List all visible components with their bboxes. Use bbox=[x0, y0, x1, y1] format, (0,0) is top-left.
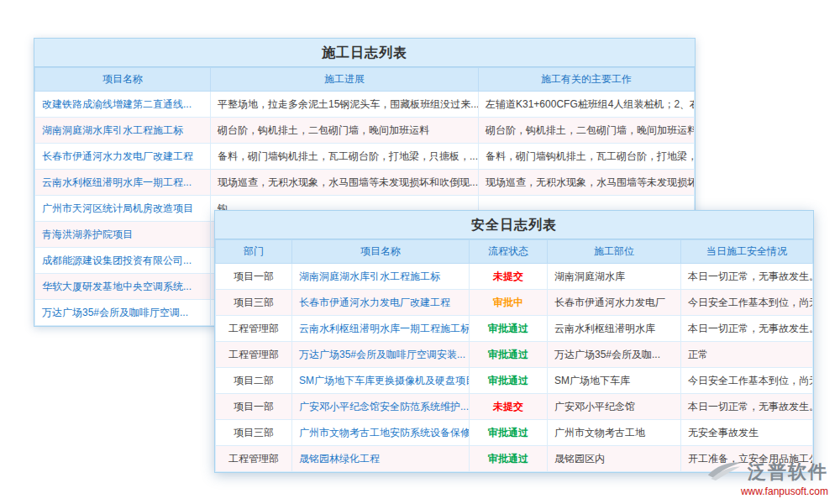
fanpu-logo: 泛普软件 www.fanpusoft.com bbox=[706, 459, 828, 497]
cell-dept: 项目三部 bbox=[216, 420, 292, 446]
column-header-safety: 当日施工安全情况 bbox=[681, 240, 813, 264]
table-row: 项目二部SM广场地下车库更换摄像机及硬盘项目审批通过SM广场地下车库今日安全工作… bbox=[216, 368, 813, 394]
brand-text: 泛普软件 bbox=[748, 459, 828, 485]
cell-progress: 现场巡查，无积水现象，水马围墙等未发现损坏和吹倒现... bbox=[211, 170, 479, 196]
table-row: 长春市伊通河水力发电厂改建工程备料，砌门墙钩机排土，瓦工砌台阶，打地梁，只搪板，… bbox=[35, 144, 695, 170]
cell-project: 长春市伊通河水力发电厂改建工程 bbox=[35, 144, 211, 170]
column-header-status: 流程状态 bbox=[470, 240, 548, 264]
cell-project: 广州市天河区统计局机房改造项目 bbox=[35, 196, 211, 222]
status-text: 未提交 bbox=[470, 264, 548, 290]
status-text: 审批中 bbox=[470, 290, 548, 316]
project-link[interactable]: 广州市文物考古工地安防系统设备保修 bbox=[299, 427, 470, 438]
cell-work: 现场巡查，无积水现象，水马围墙等未发现损坏和吹... bbox=[479, 170, 695, 196]
cell-dept: 项目三部 bbox=[216, 290, 292, 316]
cell-work: 左辅道K31+600CFG桩班组4人组装桩机；2、右侧... bbox=[479, 92, 695, 118]
project-link[interactable]: 云南水利枢纽潜明水库一期工程施工标 bbox=[299, 323, 470, 334]
table-row: 云南水利枢纽潜明水库一期工程...现场巡查，无积水现象，水马围墙等未发现损坏和吹… bbox=[35, 170, 695, 196]
cell-project: 湖南洞庭湖水库引水工程施工标 bbox=[35, 118, 211, 144]
safety-log-title: 安全日志列表 bbox=[215, 211, 813, 239]
cell-location: 万达广场35#会所及咖... bbox=[548, 342, 681, 368]
table-row: 项目一部广安邓小平纪念馆安全防范系统维护...未提交广安邓小平纪念馆本日一切正常… bbox=[216, 394, 813, 420]
fanpu-logo-icon bbox=[706, 459, 743, 485]
project-link[interactable]: SM广场地下车库更换摄像机及硬盘项目 bbox=[299, 375, 470, 386]
cell-project: 长春市伊通河水力发电厂改建工程 bbox=[292, 290, 470, 316]
project-link[interactable]: 万达广场35#会所及咖啡厅空调... bbox=[42, 307, 188, 318]
cell-project: 青海洪湖养护院项目 bbox=[35, 222, 211, 248]
cell-project: 晟铭园林绿化工程 bbox=[292, 446, 470, 472]
project-link[interactable]: 长春市伊通河水力发电厂改建工程 bbox=[42, 150, 193, 162]
cell-project: 改建铁路成渝线增建第二直通线... bbox=[35, 92, 211, 118]
cell-safety: 本日一切正常，无事故发生。 bbox=[681, 264, 813, 290]
cell-location: 晟铭园区内 bbox=[548, 446, 681, 472]
table-row: 项目一部湖南洞庭湖水库引水工程施工标未提交湖南洞庭湖水库本日一切正常，无事故发生… bbox=[216, 264, 813, 290]
table-row: 项目三部长春市伊通河水力发电厂改建工程审批中长春市伊通河水力发电厂今日安全工作基… bbox=[216, 290, 813, 316]
cell-dept: 工程管理部 bbox=[216, 316, 292, 342]
cell-project: 华软大厦研发基地中央空调系统... bbox=[35, 274, 211, 300]
cell-location: SM广场地下车库 bbox=[548, 368, 681, 394]
safety-log-panel: 安全日志列表 部门项目名称流程状态施工部位当日施工安全情况 项目一部湖南洞庭湖水… bbox=[214, 210, 814, 473]
status-text: 审批通过 bbox=[470, 420, 548, 446]
column-header-dept: 部门 bbox=[216, 240, 292, 264]
brand-url: www.fanpusoft.com bbox=[706, 486, 828, 497]
table-row: 工程管理部云南水利枢纽潜明水库一期工程施工标审批通过云南水利枢纽潜明水库本日一切… bbox=[216, 316, 813, 342]
cell-project: 成都能源建设集团投资有限公司... bbox=[35, 248, 211, 274]
column-header-project: 项目名称 bbox=[35, 68, 211, 92]
project-link[interactable]: 青海洪湖养护院项目 bbox=[42, 228, 133, 240]
column-header-project: 项目名称 bbox=[292, 240, 470, 264]
cell-safety: 无安全事故发生 bbox=[681, 420, 813, 446]
cell-location: 广安邓小平纪念馆 bbox=[548, 394, 681, 420]
cell-work: 砌台阶，钩机排土，二包砌门墙，晚间加班运料 bbox=[479, 118, 695, 144]
column-header-location: 施工部位 bbox=[548, 240, 681, 264]
status-text: 审批通过 bbox=[470, 368, 548, 394]
project-link[interactable]: 广州市天河区统计局机房改造项目 bbox=[42, 202, 193, 214]
status-text: 未提交 bbox=[470, 394, 548, 420]
project-link[interactable]: 云南水利枢纽潜明水库一期工程... bbox=[42, 176, 192, 188]
project-link[interactable]: 成都能源建设集团投资有限公司... bbox=[42, 255, 192, 266]
cell-safety: 正常 bbox=[681, 342, 813, 368]
project-link[interactable]: 晟铭园林绿化工程 bbox=[299, 453, 380, 465]
cell-progress: 砌台阶，钩机排土，二包砌门墙，晚间加班运料 bbox=[211, 118, 479, 144]
cell-progress: 平整场地，拉走多余泥土15钢泥头车，围藏板班组没过来... bbox=[211, 92, 479, 118]
table-row: 工程管理部万达广场35#会所及咖啡厅空调安装...审批通过万达广场35#会所及咖… bbox=[216, 342, 813, 368]
project-link[interactable]: 广安邓小平纪念馆安全防范系统维护... bbox=[299, 401, 469, 412]
project-link[interactable]: 长春市伊通河水力发电厂改建工程 bbox=[299, 297, 450, 308]
status-text: 审批通过 bbox=[470, 446, 548, 472]
cell-dept: 项目一部 bbox=[216, 394, 292, 420]
cell-dept: 工程管理部 bbox=[216, 342, 292, 368]
column-header-progress: 施工进展 bbox=[211, 68, 479, 92]
cell-project: SM广场地下车库更换摄像机及硬盘项目 bbox=[292, 368, 470, 394]
project-link[interactable]: 湖南洞庭湖水库引水工程施工标 bbox=[299, 270, 440, 282]
cell-project: 广州市文物考古工地安防系统设备保修 bbox=[292, 420, 470, 446]
cell-project: 云南水利枢纽潜明水库一期工程施工标 bbox=[292, 316, 470, 342]
table-row: 项目三部广州市文物考古工地安防系统设备保修审批通过广州市文物考古工地无安全事故发… bbox=[216, 420, 813, 446]
cell-safety: 本日一切正常，无事故发生。 bbox=[681, 316, 813, 342]
cell-work: 备料，砌门墙钩机排土，瓦工砌台阶，打地梁，只搪... bbox=[479, 144, 695, 170]
construction-log-title: 施工日志列表 bbox=[34, 39, 695, 67]
cell-safety: 本日一切正常，无事故发生。 bbox=[681, 394, 813, 420]
safety-log-table: 部门项目名称流程状态施工部位当日施工安全情况 项目一部湖南洞庭湖水库引水工程施工… bbox=[215, 239, 813, 472]
cell-project: 广安邓小平纪念馆安全防范系统维护... bbox=[292, 394, 470, 420]
cell-safety: 今日安全工作基本到位，尚无安全隐... bbox=[681, 368, 813, 394]
cell-project: 万达广场35#会所及咖啡厅空调... bbox=[35, 300, 211, 326]
table-row: 湖南洞庭湖水库引水工程施工标砌台阶，钩机排土，二包砌门墙，晚间加班运料砌台阶，钩… bbox=[35, 118, 695, 144]
project-link[interactable]: 改建铁路成渝线增建第二直通线... bbox=[42, 98, 192, 110]
cell-safety: 今日安全工作基本到位，尚无安全隐... bbox=[681, 290, 813, 316]
cell-location: 湖南洞庭湖水库 bbox=[548, 264, 681, 290]
cell-progress: 备料，砌门墙钩机排土，瓦工砌台阶，打地梁，只搪板，... bbox=[211, 144, 479, 170]
project-link[interactable]: 华软大厦研发基地中央空调系统... bbox=[42, 281, 192, 292]
cell-dept: 项目二部 bbox=[216, 368, 292, 394]
cell-dept: 项目一部 bbox=[216, 264, 292, 290]
cell-location: 长春市伊通河水力发电厂 bbox=[548, 290, 681, 316]
status-text: 审批通过 bbox=[470, 342, 548, 368]
project-link[interactable]: 湖南洞庭湖水库引水工程施工标 bbox=[42, 124, 183, 136]
cell-project: 云南水利枢纽潜明水库一期工程... bbox=[35, 170, 211, 196]
cell-project: 万达广场35#会所及咖啡厅空调安装... bbox=[292, 342, 470, 368]
status-text: 审批通过 bbox=[470, 316, 548, 342]
table-row: 改建铁路成渝线增建第二直通线...平整场地，拉走多余泥土15钢泥头车，围藏板班组… bbox=[35, 92, 695, 118]
cell-location: 云南水利枢纽潜明水库 bbox=[548, 316, 681, 342]
page: 施工日志列表 项目名称施工进展施工有关的主要工作 改建铁路成渝线增建第二直通线.… bbox=[0, 0, 840, 504]
cell-dept: 工程管理部 bbox=[216, 446, 292, 472]
cell-project: 湖南洞庭湖水库引水工程施工标 bbox=[292, 264, 470, 290]
project-link[interactable]: 万达广场35#会所及咖啡厅空调安装... bbox=[299, 349, 465, 360]
column-header-work: 施工有关的主要工作 bbox=[479, 68, 695, 92]
